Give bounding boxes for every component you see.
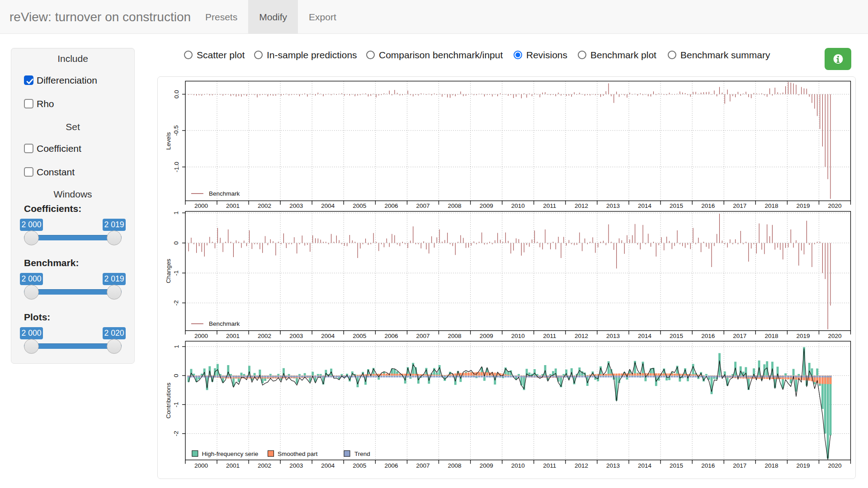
svg-text:2015: 2015 [670,462,683,469]
svg-text:2016: 2016 [701,333,715,339]
svg-text:2008: 2008 [448,462,462,469]
svg-text:2006: 2006 [384,462,398,469]
svg-text:2015: 2015 [670,202,683,209]
svg-text:2013: 2013 [606,333,620,339]
svg-text:2000: 2000 [194,202,208,209]
svg-text:-2: -2 [173,300,180,305]
svg-text:2009: 2009 [480,462,493,469]
svg-text:2010: 2010 [511,462,525,469]
svg-text:2004: 2004 [321,202,335,209]
svg-text:-1.0: -1.0 [173,162,180,172]
svg-text:2007: 2007 [416,462,429,469]
svg-text:2014: 2014 [638,333,652,339]
svg-text:2017: 2017 [733,202,746,209]
svg-text:Smoothed part: Smoothed part [278,450,318,457]
svg-text:Changes: Changes [165,258,172,283]
svg-text:2000: 2000 [194,333,208,339]
svg-text:2020: 2020 [828,202,841,209]
svg-text:2005: 2005 [353,462,366,469]
svg-text:1: 1 [173,345,180,348]
svg-text:Contributions: Contributions [165,382,172,418]
svg-text:2016: 2016 [701,202,715,209]
svg-text:2008: 2008 [448,202,462,209]
svg-text:2006: 2006 [384,333,398,339]
svg-text:2009: 2009 [480,202,493,209]
svg-text:2003: 2003 [289,202,303,209]
svg-text:Benchmark: Benchmark [209,190,240,197]
svg-text:2015: 2015 [670,333,683,339]
svg-text:0: 0 [173,374,180,377]
svg-text:2011: 2011 [543,202,556,209]
svg-text:2000: 2000 [194,462,208,469]
svg-text:High-frequency serie: High-frequency serie [202,450,259,457]
svg-text:2004: 2004 [321,333,335,339]
svg-text:-0.5: -0.5 [173,125,180,136]
svg-text:2005: 2005 [353,202,366,209]
svg-text:2019: 2019 [796,202,810,209]
svg-text:2002: 2002 [258,462,271,469]
svg-text:2014: 2014 [638,462,652,469]
svg-text:2017: 2017 [733,333,746,339]
svg-text:2017: 2017 [733,462,746,469]
svg-text:2018: 2018 [764,462,778,469]
svg-text:0: 0 [173,241,180,245]
svg-text:2012: 2012 [575,202,588,209]
svg-text:2002: 2002 [258,333,271,339]
svg-text:2012: 2012 [575,462,588,469]
svg-text:2012: 2012 [575,333,588,339]
svg-text:2006: 2006 [384,202,398,209]
svg-text:2020: 2020 [828,333,841,339]
svg-text:2010: 2010 [511,333,525,339]
svg-text:2001: 2001 [226,333,240,339]
svg-text:-1: -1 [173,402,180,407]
svg-text:2019: 2019 [796,333,810,339]
svg-text:1: 1 [173,211,180,215]
svg-text:2018: 2018 [764,202,778,209]
svg-text:Benchmark: Benchmark [209,320,240,327]
svg-text:-1: -1 [173,270,180,276]
svg-text:2010: 2010 [511,202,525,209]
svg-text:2011: 2011 [543,462,556,469]
svg-text:2016: 2016 [701,462,715,469]
svg-text:2018: 2018 [764,333,778,339]
svg-text:2007: 2007 [416,333,429,339]
svg-text:2008: 2008 [448,333,462,339]
svg-text:2002: 2002 [258,202,271,209]
svg-text:2013: 2013 [606,202,620,209]
svg-text:2003: 2003 [289,333,303,339]
svg-text:2009: 2009 [480,333,493,339]
svg-text:2001: 2001 [226,462,240,469]
svg-text:0.0: 0.0 [173,90,180,99]
svg-text:2005: 2005 [353,333,366,339]
svg-text:-2: -2 [173,431,180,436]
svg-text:Levels: Levels [165,132,172,150]
svg-text:Trend: Trend [354,450,370,457]
svg-text:2001: 2001 [226,202,240,209]
svg-text:2011: 2011 [543,333,556,339]
svg-text:2013: 2013 [606,462,620,469]
svg-text:2004: 2004 [321,462,335,469]
svg-text:2019: 2019 [796,462,810,469]
svg-text:2020: 2020 [828,462,841,469]
svg-text:2007: 2007 [416,202,429,209]
svg-text:2003: 2003 [289,462,303,469]
svg-text:2014: 2014 [638,202,652,209]
